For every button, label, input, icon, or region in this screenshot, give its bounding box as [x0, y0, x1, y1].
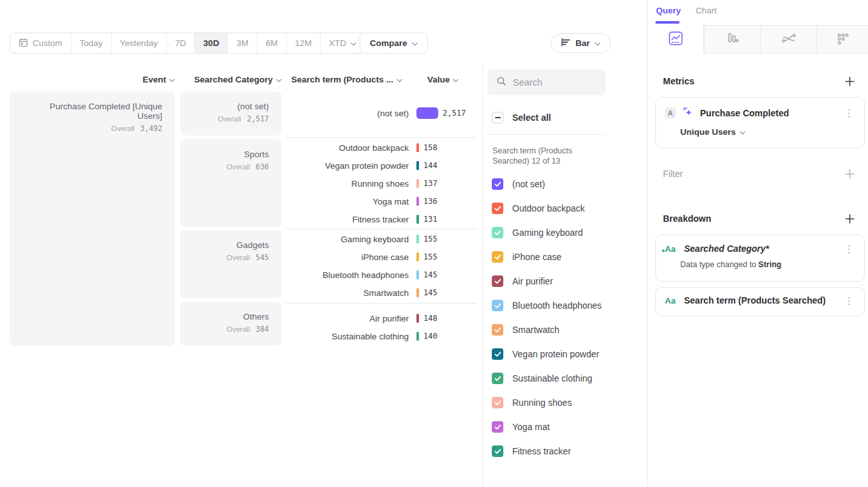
viz-tab-flows[interactable]: [760, 25, 816, 54]
search-term-row-running-shoes[interactable]: Running shoes137: [286, 174, 477, 192]
segment-item-outdoor-backpack[interactable]: Outdoor backpack: [492, 203, 602, 214]
filter-section-title: Filter: [663, 169, 683, 179]
search-term-row-bluetooth-headphones[interactable]: Bluetooth headphones145: [286, 266, 477, 284]
tab-chart[interactable]: Chart: [696, 6, 717, 15]
select-all-row[interactable]: Select all: [492, 112, 551, 123]
segment-item-label: Air purifier: [512, 276, 553, 286]
column-header-value[interactable]: Value: [427, 75, 459, 84]
breakdown-menu-kebab-icon[interactable]: ⋮: [842, 296, 857, 305]
search-term-label: (not set): [286, 109, 409, 118]
date-range-xtd[interactable]: XTD: [320, 33, 365, 53]
date-range-12m[interactable]: 12M: [286, 33, 320, 53]
checkbox-checked[interactable]: [492, 275, 503, 287]
segment-item-bluetooth-headphones[interactable]: Bluetooth headphones: [492, 300, 602, 311]
checkbox-checked[interactable]: [492, 445, 503, 457]
segment-item-not-set[interactable]: (not set): [492, 178, 602, 190]
checkbox-checked[interactable]: [492, 421, 503, 433]
segment-search-box[interactable]: [487, 69, 605, 95]
segment-item-air-purifier[interactable]: Air purifier: [492, 275, 602, 287]
event-title: Purchase Completed [Unique Users]: [22, 102, 162, 121]
checkbox-checked[interactable]: [492, 300, 503, 311]
metric-menu-kebab-icon[interactable]: ⋮: [842, 108, 857, 118]
breakdown-card-search-term[interactable]: Aa Search term (Products Searched) ⋮: [655, 287, 865, 316]
checkbox-checked[interactable]: [492, 227, 503, 238]
add-breakdown-button[interactable]: [845, 214, 855, 224]
metric-letter-badge: A: [665, 107, 676, 118]
category-cell-sports[interactable]: SportsOverall636: [180, 139, 282, 227]
search-term-label: Smartwatch: [286, 288, 409, 298]
event-cell[interactable]: Purchase Completed [Unique Users] Overal…: [10, 91, 175, 346]
category-name: Gadgets: [193, 240, 269, 250]
select-all-checkbox[interactable]: [492, 112, 503, 123]
metric-card[interactable]: A Purchase Completed ⋮ Unique Users: [655, 97, 865, 148]
search-term-row-gaming-keyboard[interactable]: Gaming keyboard155: [286, 230, 477, 248]
checkbox-checked[interactable]: [492, 203, 503, 214]
date-range-7d[interactable]: 7D: [166, 33, 194, 53]
checkbox-checked[interactable]: [492, 348, 503, 360]
date-range-3m[interactable]: 3M: [227, 33, 257, 53]
date-range-today[interactable]: Today: [71, 33, 111, 53]
value-number: 155: [423, 252, 438, 261]
category-cell-others[interactable]: OthersOverall384: [180, 302, 282, 346]
segment-item-gaming-keyboard[interactable]: Gaming keyboard: [492, 227, 602, 238]
segment-item-vegan-protein-powder[interactable]: Vegan protein powder: [492, 348, 602, 360]
search-term-row-air-purifier[interactable]: Air purifier148: [286, 309, 477, 327]
search-term-label: Vegan protein powder: [286, 161, 409, 171]
checkbox-checked[interactable]: [492, 397, 503, 408]
compare-button[interactable]: Compare: [360, 33, 428, 54]
category-overall-value: 2,517: [247, 114, 269, 123]
category-name: Sports: [193, 150, 269, 159]
value-bar: [416, 270, 419, 279]
divider: [487, 134, 605, 135]
chart-type-button[interactable]: Bar: [551, 33, 611, 53]
viz-tab-funnels[interactable]: [704, 25, 760, 54]
segment-item-iphone-case[interactable]: iPhone case: [492, 251, 602, 263]
breakdown-menu-kebab-icon[interactable]: ⋮: [842, 244, 857, 254]
column-header-category[interactable]: Searched Category: [180, 75, 282, 84]
event-sparkle-icon: [682, 106, 694, 120]
checkbox-checked[interactable]: [492, 373, 503, 384]
search-term-row-iphone-case[interactable]: iPhone case155: [286, 248, 477, 266]
chevron-down-icon: [276, 75, 282, 84]
chevron-down-icon: [351, 38, 356, 48]
metric-aggregation-selector[interactable]: Unique Users: [656, 120, 864, 137]
breakdown-card-searched-category[interactable]: Aa* Searched Category* ⋮ Data type chang…: [655, 235, 865, 282]
date-range-30d[interactable]: 30D: [194, 33, 227, 53]
search-term-row-outdoor-backpack[interactable]: Outdoor backpack158: [286, 139, 477, 157]
segment-item-running-shoes[interactable]: Running shoes: [492, 397, 602, 408]
date-range-6m[interactable]: 6M: [257, 33, 286, 53]
viz-tab-retention[interactable]: [816, 25, 868, 54]
column-header-event[interactable]: Event: [10, 75, 175, 84]
search-term-row-not-set[interactable]: (not set)2,517: [286, 104, 477, 122]
search-input[interactable]: [513, 77, 590, 88]
segment-item-yoga-mat[interactable]: Yoga mat: [492, 421, 602, 433]
viz-tab-insights[interactable]: [648, 25, 704, 54]
search-term-row-yoga-mat[interactable]: Yoga mat136: [286, 192, 477, 210]
category-cell-not-set[interactable]: (not set)Overall2,517: [180, 91, 282, 135]
value-number: 136: [423, 197, 438, 206]
checkbox-checked[interactable]: [492, 251, 503, 263]
date-range-custom[interactable]: Custom: [10, 33, 71, 53]
checkbox-checked[interactable]: [492, 178, 503, 190]
checkbox-checked[interactable]: [492, 324, 503, 336]
column-header-search-term[interactable]: Search term (Products ...: [291, 75, 402, 84]
category-cell-gadgets[interactable]: GadgetsOverall545: [180, 230, 282, 298]
add-metric-button[interactable]: [845, 77, 855, 87]
value-bar: [416, 314, 419, 323]
add-filter-button[interactable]: [845, 169, 855, 180]
value-number: 2,517: [443, 109, 466, 118]
segment-item-label: Bluetooth headphones: [512, 300, 602, 311]
search-term-row-sustainable-clothing[interactable]: Sustainable clothing140: [286, 327, 477, 345]
search-term-label: Running shoes: [286, 179, 409, 189]
search-term-row-fitness-tracker[interactable]: Fitness tracker131: [286, 210, 477, 228]
segment-item-sustainable-clothing[interactable]: Sustainable clothing: [492, 373, 602, 384]
value-number: 158: [423, 143, 438, 152]
search-term-row-smartwatch[interactable]: Smartwatch145: [286, 284, 477, 302]
segment-item-fitness-tracker[interactable]: Fitness tracker: [492, 445, 602, 457]
segment-item-smartwatch[interactable]: Smartwatch: [492, 324, 602, 336]
value-bar: [416, 252, 419, 261]
search-term-row-vegan-protein-powder[interactable]: Vegan protein powder144: [286, 157, 477, 174]
search-term-label: Bluetooth headphones: [286, 270, 409, 280]
tab-query[interactable]: Query: [656, 6, 681, 15]
date-range-yesterday[interactable]: Yesterday: [111, 33, 167, 53]
